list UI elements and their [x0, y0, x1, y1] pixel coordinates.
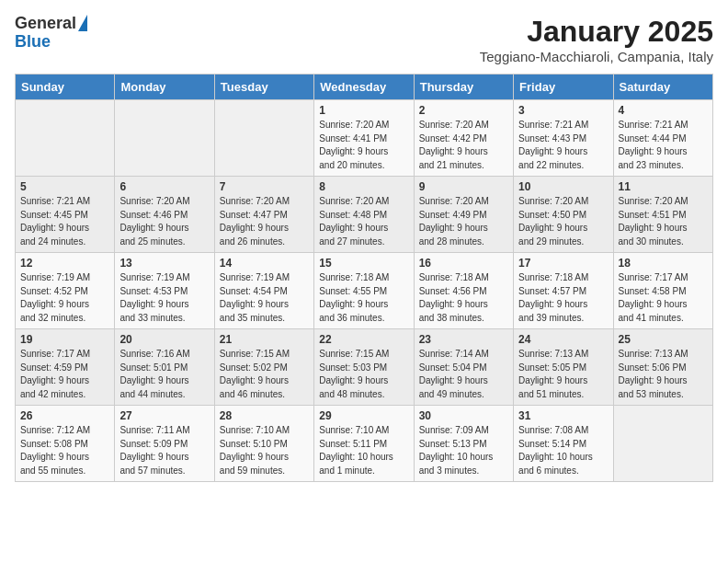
day-info: Sunrise: 7:17 AM Sunset: 4:59 PM Dayligh… [20, 348, 109, 401]
day-number: 2 [419, 104, 508, 117]
day-number: 28 [220, 409, 309, 422]
day-number: 23 [419, 333, 508, 346]
week-row-4: 19Sunrise: 7:17 AM Sunset: 4:59 PM Dayli… [16, 329, 713, 406]
day-cell: 25Sunrise: 7:13 AM Sunset: 5:06 PM Dayli… [613, 329, 712, 406]
day-cell: 23Sunrise: 7:14 AM Sunset: 5:04 PM Dayli… [414, 329, 513, 406]
weekday-header-row: SundayMondayTuesdayWednesdayThursdayFrid… [16, 75, 713, 100]
day-info: Sunrise: 7:19 AM Sunset: 4:54 PM Dayligh… [220, 271, 309, 325]
day-info: Sunrise: 7:18 AM Sunset: 4:55 PM Dayligh… [319, 271, 408, 325]
day-info: Sunrise: 7:10 AM Sunset: 5:10 PM Dayligh… [220, 424, 309, 477]
day-info: Sunrise: 7:20 AM Sunset: 4:47 PM Dayligh… [220, 195, 309, 248]
day-cell: 5Sunrise: 7:21 AM Sunset: 4:45 PM Daylig… [16, 177, 115, 253]
weekday-header-monday: Monday [115, 75, 214, 100]
day-cell: 3Sunrise: 7:21 AM Sunset: 4:43 PM Daylig… [514, 100, 613, 177]
day-info: Sunrise: 7:21 AM Sunset: 4:45 PM Dayligh… [20, 195, 109, 248]
day-number: 16 [419, 257, 508, 270]
day-number: 30 [419, 409, 508, 422]
day-cell: 2Sunrise: 7:20 AM Sunset: 4:42 PM Daylig… [414, 100, 513, 177]
day-info: Sunrise: 7:13 AM Sunset: 5:06 PM Dayligh… [619, 348, 708, 401]
logo: General Blue [15, 15, 87, 52]
logo-blue-text: Blue [15, 33, 51, 52]
weekday-header-wednesday: Wednesday [314, 75, 414, 100]
day-info: Sunrise: 7:14 AM Sunset: 5:04 PM Dayligh… [419, 348, 508, 401]
day-number: 20 [119, 333, 209, 346]
day-cell [613, 406, 712, 482]
page-header: General Blue January 2025 Teggiano-Macch… [15, 15, 713, 64]
day-info: Sunrise: 7:21 AM Sunset: 4:43 PM Dayligh… [518, 119, 608, 172]
day-info: Sunrise: 7:20 AM Sunset: 4:48 PM Dayligh… [319, 195, 408, 248]
day-number: 4 [619, 104, 708, 117]
day-info: Sunrise: 7:19 AM Sunset: 4:52 PM Dayligh… [20, 271, 109, 325]
day-number: 13 [119, 257, 209, 270]
day-cell [115, 100, 214, 177]
day-number: 3 [518, 104, 608, 117]
day-info: Sunrise: 7:08 AM Sunset: 5:14 PM Dayligh… [518, 424, 608, 477]
day-info: Sunrise: 7:20 AM Sunset: 4:42 PM Dayligh… [419, 119, 508, 172]
day-number: 17 [518, 257, 608, 270]
day-number: 11 [619, 180, 708, 193]
weekday-header-thursday: Thursday [414, 75, 513, 100]
day-number: 15 [319, 257, 408, 270]
day-number: 21 [220, 333, 309, 346]
day-number: 14 [220, 257, 309, 270]
logo-general-text: General [15, 15, 76, 33]
day-number: 31 [518, 409, 608, 422]
day-cell: 10Sunrise: 7:20 AM Sunset: 4:50 PM Dayli… [514, 177, 613, 253]
day-info: Sunrise: 7:15 AM Sunset: 5:02 PM Dayligh… [220, 348, 309, 401]
day-number: 5 [20, 180, 109, 193]
day-cell: 30Sunrise: 7:09 AM Sunset: 5:13 PM Dayli… [414, 406, 513, 482]
day-number: 7 [220, 180, 309, 193]
day-info: Sunrise: 7:19 AM Sunset: 4:53 PM Dayligh… [119, 271, 209, 325]
month-title: January 2025 [480, 15, 713, 49]
day-info: Sunrise: 7:16 AM Sunset: 5:01 PM Dayligh… [119, 348, 209, 401]
day-cell: 12Sunrise: 7:19 AM Sunset: 4:52 PM Dayli… [16, 253, 115, 329]
day-info: Sunrise: 7:15 AM Sunset: 5:03 PM Dayligh… [319, 348, 408, 401]
day-info: Sunrise: 7:10 AM Sunset: 5:11 PM Dayligh… [319, 424, 408, 477]
day-number: 1 [319, 104, 408, 117]
day-cell: 17Sunrise: 7:18 AM Sunset: 4:57 PM Dayli… [514, 253, 613, 329]
day-number: 8 [319, 180, 408, 193]
day-info: Sunrise: 7:18 AM Sunset: 4:56 PM Dayligh… [419, 271, 508, 325]
day-info: Sunrise: 7:11 AM Sunset: 5:09 PM Dayligh… [119, 424, 209, 477]
day-cell: 15Sunrise: 7:18 AM Sunset: 4:55 PM Dayli… [314, 253, 414, 329]
day-cell: 9Sunrise: 7:20 AM Sunset: 4:49 PM Daylig… [414, 177, 513, 253]
day-cell: 26Sunrise: 7:12 AM Sunset: 5:08 PM Dayli… [16, 406, 115, 482]
day-cell: 18Sunrise: 7:17 AM Sunset: 4:58 PM Dayli… [613, 253, 712, 329]
week-row-1: 1Sunrise: 7:20 AM Sunset: 4:41 PM Daylig… [16, 100, 713, 177]
day-cell: 14Sunrise: 7:19 AM Sunset: 4:54 PM Dayli… [214, 253, 313, 329]
day-cell: 21Sunrise: 7:15 AM Sunset: 5:02 PM Dayli… [214, 329, 313, 406]
day-info: Sunrise: 7:21 AM Sunset: 4:44 PM Dayligh… [619, 119, 708, 172]
day-cell: 6Sunrise: 7:20 AM Sunset: 4:46 PM Daylig… [115, 177, 214, 253]
day-number: 10 [518, 180, 608, 193]
day-cell: 29Sunrise: 7:10 AM Sunset: 5:11 PM Dayli… [314, 406, 414, 482]
day-number: 18 [619, 257, 708, 270]
weekday-header-saturday: Saturday [613, 75, 712, 100]
day-number: 25 [619, 333, 708, 346]
day-cell: 22Sunrise: 7:15 AM Sunset: 5:03 PM Dayli… [314, 329, 414, 406]
weekday-header-sunday: Sunday [16, 75, 115, 100]
day-info: Sunrise: 7:20 AM Sunset: 4:49 PM Dayligh… [419, 195, 508, 248]
day-cell: 28Sunrise: 7:10 AM Sunset: 5:10 PM Dayli… [214, 406, 313, 482]
day-cell: 8Sunrise: 7:20 AM Sunset: 4:48 PM Daylig… [314, 177, 414, 253]
day-cell: 31Sunrise: 7:08 AM Sunset: 5:14 PM Dayli… [514, 406, 613, 482]
day-cell: 1Sunrise: 7:20 AM Sunset: 4:41 PM Daylig… [314, 100, 414, 177]
title-block: January 2025 Teggiano-Macchiaroli, Campa… [480, 15, 713, 64]
day-number: 12 [20, 257, 109, 270]
calendar-table: SundayMondayTuesdayWednesdayThursdayFrid… [15, 74, 713, 482]
day-number: 24 [518, 333, 608, 346]
day-cell: 11Sunrise: 7:20 AM Sunset: 4:51 PM Dayli… [613, 177, 712, 253]
day-info: Sunrise: 7:12 AM Sunset: 5:08 PM Dayligh… [20, 424, 109, 477]
day-info: Sunrise: 7:18 AM Sunset: 4:57 PM Dayligh… [518, 271, 608, 325]
day-cell [16, 100, 115, 177]
weekday-header-friday: Friday [514, 75, 613, 100]
day-info: Sunrise: 7:20 AM Sunset: 4:50 PM Dayligh… [518, 195, 608, 248]
week-row-5: 26Sunrise: 7:12 AM Sunset: 5:08 PM Dayli… [16, 406, 713, 482]
day-cell [214, 100, 313, 177]
day-cell: 20Sunrise: 7:16 AM Sunset: 5:01 PM Dayli… [115, 329, 214, 406]
day-cell: 16Sunrise: 7:18 AM Sunset: 4:56 PM Dayli… [414, 253, 513, 329]
day-info: Sunrise: 7:13 AM Sunset: 5:05 PM Dayligh… [518, 348, 608, 401]
day-number: 9 [419, 180, 508, 193]
day-cell: 7Sunrise: 7:20 AM Sunset: 4:47 PM Daylig… [214, 177, 313, 253]
day-number: 22 [319, 333, 408, 346]
day-info: Sunrise: 7:17 AM Sunset: 4:58 PM Dayligh… [619, 271, 708, 325]
